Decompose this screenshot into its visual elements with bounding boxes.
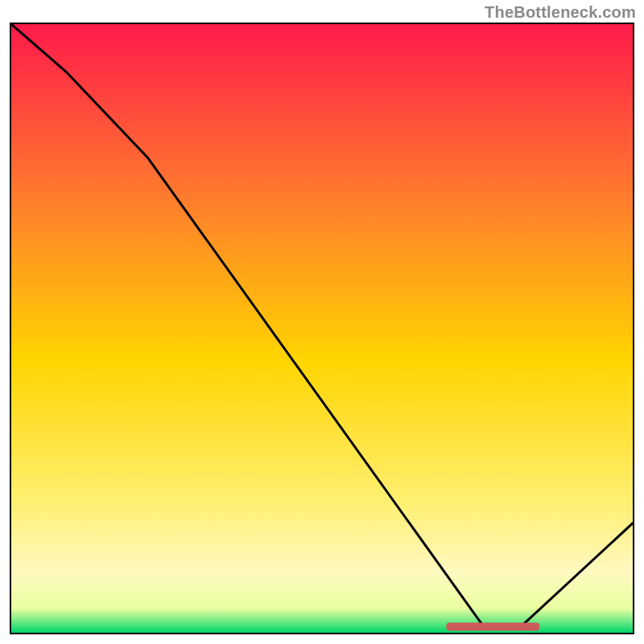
chart-area	[10, 23, 634, 634]
bottleneck-chart-svg	[11, 24, 633, 633]
watermark-text: TheBottleneck.com	[485, 3, 636, 22]
gradient-background	[11, 24, 633, 633]
optimal-range-bar	[446, 622, 539, 630]
